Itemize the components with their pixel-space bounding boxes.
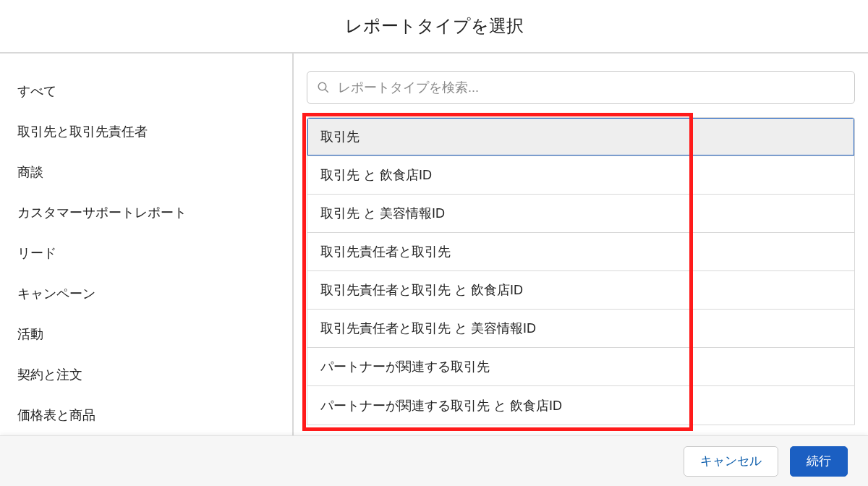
- sidebar-item-label: カスタマーサポートレポート: [17, 205, 187, 220]
- sidebar-item-campaigns[interactable]: キャンペーン: [0, 273, 292, 314]
- report-type-row[interactable]: 取引先責任者と取引先 と 美容情報ID: [307, 310, 854, 348]
- sidebar-item-opportunities[interactable]: 商談: [0, 152, 292, 192]
- sidebar-item-activities[interactable]: 活動: [0, 314, 292, 354]
- continue-button[interactable]: 続行: [790, 446, 848, 477]
- sidebar-item-label: すべて: [17, 84, 56, 98]
- cancel-button[interactable]: キャンセル: [684, 446, 778, 477]
- report-type-label: 取引先責任者と取引先 と 美容情報ID: [320, 320, 536, 337]
- report-type-label: 取引先 と 飲食店ID: [320, 166, 432, 184]
- report-type-row[interactable]: 取引先 と 美容情報ID: [307, 195, 854, 233]
- dialog-header: レポートタイプを選択: [0, 0, 868, 54]
- sidebar-item-label: 取引先と取引先責任者: [17, 124, 148, 139]
- report-type-row[interactable]: 取引先 と 飲食店ID: [307, 156, 854, 195]
- sidebar-item-label: キャンペーン: [17, 286, 95, 301]
- report-type-row[interactable]: 取引先責任者と取引先 と 飲食店ID: [307, 271, 854, 310]
- report-type-label: 取引先: [320, 128, 359, 145]
- sidebar-item-label: 活動: [17, 327, 43, 341]
- search-wrap: [307, 71, 855, 104]
- report-type-label: 取引先責任者と取引先: [320, 243, 451, 260]
- report-type-label: 取引先責任者と取引先 と 飲食店ID: [320, 281, 523, 299]
- sidebar-item-label: 商談: [17, 165, 43, 179]
- sidebar-item-label: 契約と注文: [17, 367, 82, 382]
- report-type-row[interactable]: パートナーが関連する取引先: [307, 348, 854, 386]
- report-type-label: パートナーが関連する取引先 と 飲食店ID: [320, 397, 562, 414]
- sidebar-item-contracts-orders[interactable]: 契約と注文: [0, 354, 292, 395]
- report-type-list: 取引先 取引先 と 飲食店ID 取引先 と 美容情報ID 取引先責任者と取引先 …: [307, 117, 855, 425]
- dialog-body: すべて 取引先と取引先責任者 商談 カスタマーサポートレポート リード キャンペ…: [0, 54, 868, 435]
- sidebar-item-pricebooks-products[interactable]: 価格表と商品: [0, 395, 292, 435]
- sidebar-item-leads[interactable]: リード: [0, 233, 292, 273]
- sidebar-item-all[interactable]: すべて: [0, 71, 292, 111]
- report-type-label: 取引先 と 美容情報ID: [320, 205, 445, 222]
- report-type-row[interactable]: 取引先責任者と取引先: [307, 233, 854, 271]
- search-input[interactable]: [307, 71, 855, 104]
- dialog-footer: キャンセル 続行: [0, 435, 868, 486]
- report-type-row[interactable]: パートナーが関連する取引先 と 飲食店ID: [307, 386, 854, 425]
- page-title: レポートタイプを選択: [345, 14, 524, 38]
- report-type-label: パートナーが関連する取引先: [320, 358, 490, 375]
- sidebar-item-label: リード: [17, 246, 56, 260]
- sidebar-item-accounts-contacts[interactable]: 取引先と取引先責任者: [0, 111, 292, 152]
- sidebar-item-label: 価格表と商品: [17, 408, 95, 422]
- sidebar-item-customer-support[interactable]: カスタマーサポートレポート: [0, 192, 292, 233]
- category-sidebar: すべて 取引先と取引先責任者 商談 カスタマーサポートレポート リード キャンペ…: [0, 54, 294, 435]
- report-type-list-container: 取引先 取引先 と 飲食店ID 取引先 と 美容情報ID 取引先責任者と取引先 …: [307, 117, 855, 425]
- main-panel: 取引先 取引先 と 飲食店ID 取引先 と 美容情報ID 取引先責任者と取引先 …: [294, 54, 868, 435]
- report-type-row[interactable]: 取引先: [307, 118, 854, 156]
